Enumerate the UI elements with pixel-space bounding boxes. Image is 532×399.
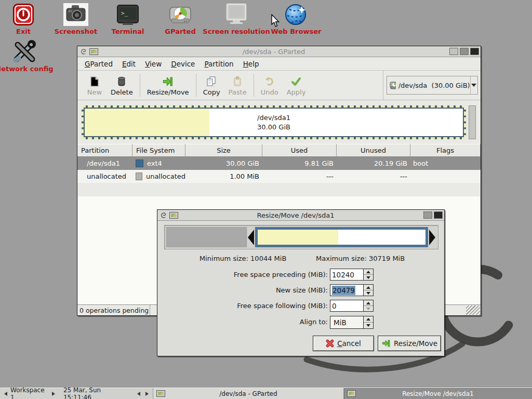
cell-partition: /dev/sda1 (77, 157, 132, 170)
toolbar-delete-button[interactable]: Delete (107, 73, 137, 98)
partition-visual-name: /dev/sda1 (257, 114, 290, 122)
device-selector-area: /dev/sda (30.00 GiB) (383, 71, 481, 100)
minimize-button[interactable] (449, 48, 458, 55)
toolbar-label: Apply (287, 88, 306, 96)
cell-used: 9.81 GiB (262, 157, 337, 170)
window-menu-icon[interactable] (79, 48, 87, 56)
window-menu-icon[interactable] (159, 211, 167, 219)
align-to-combo[interactable]: MiB (330, 316, 374, 329)
workspace-label: Workspace 1 (10, 387, 49, 399)
disk-icon (390, 81, 396, 90)
dialog-title: Resize/Move /dev/sda1 (178, 211, 413, 219)
field-row-preceding: Free space preceding (MiB): (157, 269, 328, 281)
maximize-button[interactable] (423, 211, 432, 219)
column-header-unused[interactable]: Unused (337, 144, 410, 157)
table-row-sda1[interactable]: /dev/sda1 ext4 30.00 GiB 9.81 GiB 20.19 … (77, 157, 481, 170)
menu-device[interactable]: Device (166, 58, 200, 70)
free-space-following-label: Free space following (MiB): (157, 302, 328, 310)
taskbar-task-resize-dialog[interactable]: Resize/Move /dev/sda1 (343, 388, 532, 399)
undo-icon (263, 75, 276, 88)
left-resize-handle[interactable] (247, 227, 255, 247)
cell-filesystem: ext4 (132, 157, 185, 170)
toolbar-resize-move-button[interactable]: Resize/Move (143, 73, 193, 98)
new-size-label: New size (MiB): (157, 286, 328, 294)
gparted-titlebar[interactable]: /dev/sda - GParted (77, 46, 481, 57)
menu-edit[interactable]: Edit (117, 58, 140, 70)
toolbar-new-button[interactable]: New (83, 73, 107, 98)
close-button[interactable] (470, 48, 479, 55)
align-value: MiB (334, 318, 347, 327)
menu-view[interactable]: View (140, 58, 166, 70)
new-size-spinbox[interactable]: 20479 (330, 284, 374, 296)
cell-flags (410, 170, 481, 183)
workspace-next-icon[interactable] (52, 392, 55, 396)
free-space-preceding-bar (166, 227, 247, 247)
free-space-following-spinbox[interactable]: 0 (330, 300, 374, 312)
operations-pending: 0 operations pending (77, 305, 150, 315)
resize-grip[interactable] (466, 305, 480, 315)
cell-partition: unallocated (77, 170, 132, 183)
partition-visual-area: /dev/sda1 30.00 GiB (77, 100, 481, 144)
menu-partition[interactable]: Partition (200, 58, 238, 70)
menu-gparted[interactable]: GParted (80, 58, 117, 70)
free-space-preceding-spinbox[interactable]: 10240 (330, 269, 374, 281)
paste-icon (231, 75, 244, 88)
tasks-prev-icon[interactable] (137, 392, 140, 396)
partition-table: Partition File System Size Used Unused F… (77, 144, 481, 183)
cell-size: 1.00 MiB (185, 170, 262, 183)
resize-move-icon (162, 75, 174, 88)
desktop-icon-label: Network config (0, 65, 61, 73)
menu-help[interactable]: Help (238, 58, 264, 70)
toolbar-copy-button[interactable]: Copy (199, 73, 224, 98)
column-header-filesystem[interactable]: File System (132, 144, 185, 157)
workspace-switcher[interactable]: Workspace 1 (0, 388, 59, 399)
spin-down-button[interactable] (364, 290, 373, 296)
taskbar-task-gparted[interactable]: /dev/sda - GParted (153, 388, 343, 399)
maximize-button[interactable] (460, 48, 469, 55)
spin-up-button[interactable] (364, 285, 373, 290)
workspace-prev-icon[interactable] (4, 392, 7, 396)
toolbar-undo-button[interactable]: Undo (257, 73, 283, 98)
desktop-icon-network-config[interactable]: Network config (0, 39, 61, 73)
resize-move-confirm-button[interactable]: Resize/Move (378, 336, 441, 351)
spin-up-button[interactable] (364, 300, 373, 306)
combo-up-button[interactable] (364, 316, 373, 323)
table-row-unallocated[interactable]: unallocated unallocated 1.00 MiB --- --- (77, 170, 481, 183)
device-combo-value: /dev/sda (30.00 GiB) (398, 82, 470, 89)
toolbar-paste-button[interactable]: Paste (224, 73, 251, 98)
spin-value-selected: 20479 (332, 286, 355, 295)
close-button[interactable] (434, 211, 443, 219)
window-title: /dev/sda - GParted (98, 48, 449, 56)
partition-section[interactable] (255, 227, 428, 247)
toolbar-separator (254, 74, 254, 97)
tasks-next-icon[interactable] (145, 392, 149, 396)
device-combo-dropdown[interactable] (470, 76, 477, 94)
column-header-size[interactable]: Size (185, 144, 262, 157)
spin-down-button[interactable] (364, 306, 373, 311)
apply-check-icon (290, 75, 302, 88)
column-header-used[interactable]: Used (262, 144, 337, 157)
minimum-size-label: Minimum size: 10044 MiB (200, 255, 286, 262)
device-combo[interactable]: /dev/sda (30.00 GiB) (387, 76, 478, 95)
right-resize-handle[interactable] (428, 227, 436, 247)
gparted-app-icon (347, 390, 356, 397)
combo-down-button[interactable] (364, 323, 373, 328)
spin-down-button[interactable] (364, 275, 373, 280)
cancel-label: Cancel (337, 339, 361, 348)
column-header-partition[interactable]: Partition (77, 144, 132, 157)
task-scroll-arrows (133, 388, 153, 399)
toolbar-apply-button[interactable]: Apply (283, 73, 310, 98)
partition-visual-selected[interactable]: /dev/sda1 30.00 GiB (82, 105, 466, 139)
resize-move-dialog: Resize/Move /dev/sda1 Minimum size: 1004… (157, 209, 445, 356)
resize-move-icon (381, 339, 391, 348)
partition-visual-scrollbar[interactable] (469, 105, 476, 139)
column-header-flags[interactable]: Flags (410, 144, 481, 157)
cancel-button[interactable]: Cancel (313, 336, 374, 351)
free-space-preceding-label: Free space preceding (MiB): (157, 271, 328, 278)
spin-up-button[interactable] (364, 269, 373, 275)
cell-size: 30.00 GiB (185, 157, 262, 170)
menubar: GParted Edit View Device Partition Help (77, 57, 481, 71)
dialog-titlebar[interactable]: Resize/Move /dev/sda1 (157, 210, 444, 221)
cell-filesystem: unallocated (132, 170, 185, 183)
arrow-right-icon (429, 230, 435, 245)
